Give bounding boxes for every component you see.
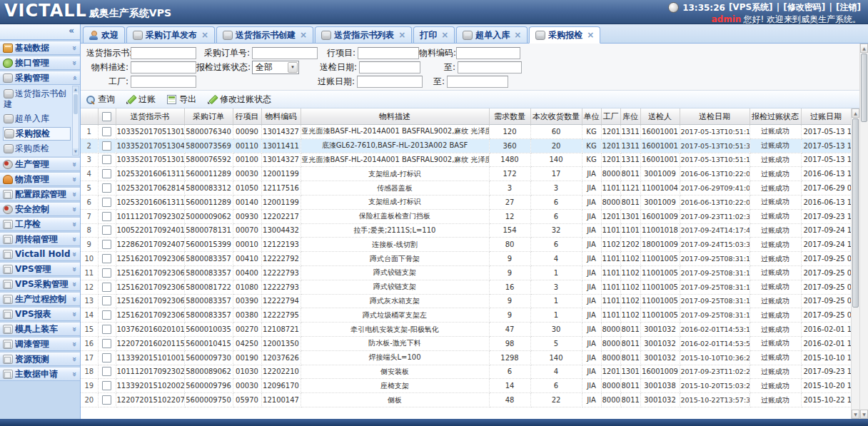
table-row[interactable]: 912286201709240756000153990001012122193连… bbox=[81, 238, 851, 252]
posting-status-select[interactable]: 全部▾ bbox=[252, 61, 299, 74]
toolbar-button[interactable]: 导出 bbox=[167, 93, 196, 106]
row-checkbox[interactable] bbox=[102, 127, 111, 136]
row-checkbox[interactable] bbox=[102, 254, 111, 263]
tab-close-icon[interactable]: × bbox=[201, 30, 208, 40]
scroll-down-arrow[interactable]: ▼ bbox=[860, 410, 868, 419]
table-row[interactable]: 1711339201510100156000097300019012037626… bbox=[81, 350, 851, 365]
table-row[interactable]: 2012207201510220756000097500597012100147… bbox=[81, 393, 851, 407]
table-row[interactable]: 1312516201709230658000833570039012222794… bbox=[81, 294, 851, 308]
row-checkbox[interactable] bbox=[102, 141, 111, 151]
row-checkbox[interactable] bbox=[102, 183, 111, 193]
table-row[interactable]: 1012516201709230658000833570041012222792… bbox=[81, 252, 851, 266]
toolbar-button[interactable]: 修改过账状态 bbox=[208, 93, 271, 106]
sidebar-group-header[interactable]: VPS管理» bbox=[0, 262, 80, 276]
column-header[interactable]: 报检过账状态 bbox=[750, 108, 801, 125]
table-row[interactable]: 1810111201709230258000890620103012202210… bbox=[81, 365, 851, 379]
sidebar-group-header[interactable]: 生产过程控制» bbox=[0, 292, 80, 306]
sidebar-group-header[interactable]: VPS报表» bbox=[0, 307, 80, 321]
filter-input[interactable] bbox=[447, 76, 508, 88]
filter-input[interactable] bbox=[358, 47, 419, 59]
scroll-up-arrow[interactable]: ▲ bbox=[860, 44, 868, 53]
tab[interactable]: 欢迎 bbox=[83, 26, 125, 43]
row-checkbox[interactable] bbox=[102, 353, 111, 362]
row-checkbox[interactable] bbox=[102, 155, 111, 164]
column-header[interactable]: 本次收货数量 bbox=[530, 108, 582, 125]
sidebar-group-header[interactable]: 主数据申请» bbox=[0, 367, 80, 381]
table-row[interactable]: 710111201709230250000090620093012202217保… bbox=[81, 209, 851, 223]
tab-close-icon[interactable]: × bbox=[587, 30, 594, 40]
filter-input[interactable] bbox=[357, 76, 423, 88]
row-checkbox[interactable] bbox=[102, 212, 111, 221]
tab[interactable]: 打印× bbox=[413, 26, 455, 43]
column-header[interactable]: 过账日期 bbox=[801, 108, 851, 125]
scroll-up-arrow[interactable]: ▲ bbox=[852, 108, 859, 118]
sidebar-group-header[interactable]: 周转箱管理» bbox=[0, 232, 80, 246]
filter-input[interactable] bbox=[131, 61, 196, 73]
scroll-thumb[interactable] bbox=[861, 54, 867, 122]
tab-close-icon[interactable]: × bbox=[398, 30, 405, 40]
sidebar-item[interactable]: 采购质检 bbox=[3, 143, 71, 155]
table-row[interactable]: 1911339201510200256000097960003012096170… bbox=[81, 379, 851, 393]
table-row[interactable]: 810052201709240158000781310007013004432拉… bbox=[81, 223, 851, 238]
sidebar-group-header[interactable]: 生产管理» bbox=[0, 157, 80, 171]
row-checkbox[interactable] bbox=[102, 395, 111, 405]
filter-input[interactable] bbox=[131, 47, 196, 59]
row-checkbox[interactable] bbox=[102, 310, 111, 320]
sidebar-group-header[interactable]: VPS采购管理» bbox=[0, 277, 80, 291]
column-header[interactable]: 送货指示书 bbox=[116, 108, 184, 125]
column-header[interactable]: 物料编码 bbox=[261, 108, 301, 125]
row-checkbox[interactable] bbox=[102, 169, 111, 178]
sidebar-group-header[interactable]: 安全控制» bbox=[0, 202, 80, 216]
scroll-down-arrow[interactable]: ▼ bbox=[73, 148, 79, 155]
table-row[interactable]: 1412516201709230658000833570038012222795… bbox=[81, 308, 851, 323]
filter-input[interactable] bbox=[252, 47, 318, 59]
table-row[interactable]: 310335201705130158000765920010013014327亚… bbox=[81, 153, 851, 167]
sidebar-item[interactable]: 采购报检 bbox=[3, 127, 71, 141]
row-checkbox[interactable] bbox=[102, 283, 111, 292]
table-row[interactable]: 210335201705130458000735690011013011411底… bbox=[81, 138, 851, 153]
scroll-thumb[interactable] bbox=[74, 94, 78, 114]
table-row[interactable]: 110335201705130158000763400009013014327亚… bbox=[81, 125, 851, 139]
sidebar-group-header[interactable]: 基础数据» bbox=[0, 41, 80, 55]
sidebar-item[interactable]: 超单入库 bbox=[3, 113, 71, 125]
scroll-down-arrow[interactable]: ▼ bbox=[852, 410, 859, 419]
row-checkbox[interactable] bbox=[102, 240, 111, 249]
filter-input[interactable] bbox=[131, 76, 196, 88]
sidebar-collapse-bar[interactable]: « bbox=[0, 24, 80, 40]
tab-close-icon[interactable]: × bbox=[441, 30, 448, 40]
sidebar-group-header[interactable]: 接口管理» bbox=[0, 56, 80, 70]
tab[interactable]: 采购订单发布× bbox=[126, 26, 215, 43]
header-link[interactable]: [VPS系统] bbox=[729, 2, 776, 12]
select-all-checkbox[interactable] bbox=[102, 112, 111, 121]
row-checkbox[interactable] bbox=[102, 268, 111, 278]
header-link[interactable]: [注销] bbox=[836, 2, 861, 12]
table-row[interactable]: 1612207201602011556000104150425012001350… bbox=[81, 336, 851, 350]
row-checkbox[interactable] bbox=[102, 381, 111, 390]
table-row[interactable]: 410253201606131156000112890003012001199支… bbox=[81, 167, 851, 181]
tab[interactable]: 送货指示书列表× bbox=[315, 26, 412, 43]
table-row[interactable]: 1510376201602010156000100350027012108721… bbox=[81, 323, 851, 337]
sidebar-group-header[interactable]: 采购管理» bbox=[0, 71, 80, 85]
sidebar-group-header[interactable]: 调漆管理» bbox=[0, 337, 80, 351]
toolbar-button[interactable]: 查询 bbox=[86, 93, 115, 106]
page-scrollbar[interactable]: ▲ ▼ bbox=[859, 44, 868, 419]
sidebar-group-header[interactable]: 模具上装车» bbox=[0, 322, 80, 336]
filter-input[interactable] bbox=[359, 61, 420, 73]
toolbar-button[interactable]: 过账 bbox=[126, 93, 156, 106]
row-checkbox[interactable] bbox=[102, 296, 111, 305]
sidebar-group-header[interactable]: 工序检» bbox=[0, 217, 80, 231]
collapse-icon[interactable]: « bbox=[69, 26, 74, 36]
tab[interactable]: 采购报检× bbox=[529, 26, 600, 44]
sidebar-group-header[interactable]: 物流管理» bbox=[0, 172, 80, 186]
sidebar-group-header[interactable]: 配置跟踪管理» bbox=[0, 187, 80, 201]
column-header[interactable]: 单位 bbox=[582, 108, 601, 125]
tab[interactable]: 送货指示书创建× bbox=[216, 26, 313, 43]
header-link[interactable]: [修改密码] bbox=[783, 2, 828, 12]
column-header[interactable]: 物料描述 bbox=[301, 108, 489, 125]
submenu-scrollbar[interactable]: ▲▼ bbox=[72, 86, 79, 156]
column-header[interactable]: 送检人 bbox=[640, 108, 680, 125]
tab-close-icon[interactable]: × bbox=[300, 30, 307, 40]
scroll-thumb[interactable] bbox=[852, 118, 859, 308]
row-checkbox[interactable] bbox=[102, 367, 111, 376]
table-row[interactable]: 1212516201709230658000817220108012222793… bbox=[81, 280, 851, 294]
